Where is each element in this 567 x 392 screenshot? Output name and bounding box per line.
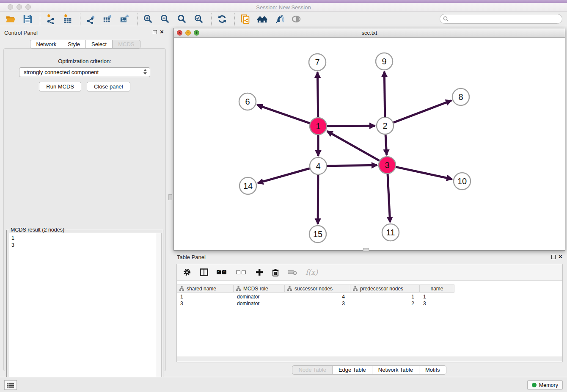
column-header-label: MCDS role [243,286,268,292]
zoom-out-icon[interactable] [160,14,171,25]
node-label-14: 14 [243,181,253,190]
edge-1-6[interactable] [257,105,310,123]
column-header-predecessor-nodes[interactable]: predecessor nodes [350,285,420,292]
save-session-icon[interactable] [22,14,33,25]
node-label-2: 2 [383,121,387,130]
toolbar-separator [137,13,138,25]
table-header-row[interactable]: shared nameMCDS rolesuccessor nodesprede… [177,284,454,293]
column-header-shared-name[interactable]: shared name [177,285,234,292]
mcds-result-list[interactable]: 1 3 [8,233,162,389]
tab-edge-table[interactable]: Edge Table [332,365,372,375]
edge-1-2[interactable] [327,126,375,126]
horizontal-splitter-grip[interactable] [363,248,369,251]
import-table-icon[interactable] [62,14,73,25]
edge-2-3[interactable] [385,135,387,155]
tab-style[interactable]: Style [62,40,86,49]
memory-label: Memory [539,382,558,388]
export-network-icon[interactable] [85,14,96,25]
zoom-in-icon[interactable] [143,14,154,25]
mcds-result-group: MCDS result (2 nodes) 1 3 [6,230,163,391]
delete-column-trash-icon[interactable] [272,268,279,276]
cell-predecessor-nodes[interactable]: 2 [350,300,420,307]
table-settings-gear-icon[interactable] [183,268,191,276]
tab-mcds[interactable]: MCDS [112,40,140,49]
cell-successor-nodes[interactable]: 4 [285,293,350,300]
cell-MCDS-role[interactable]: dominator [234,293,285,300]
cell-name[interactable]: 3 [420,300,454,307]
zoom-fit-icon[interactable] [176,14,187,25]
memory-button[interactable]: Memory [527,380,563,390]
edge-2-8[interactable] [394,101,451,123]
zoom-selected-icon[interactable] [193,14,204,25]
graph-edges[interactable] [257,72,452,224]
refresh-icon[interactable] [217,14,228,25]
status-bar: Memory [0,377,567,392]
toolbar-separator [40,13,40,25]
search-input[interactable] [449,16,555,22]
tab-select[interactable]: Select [85,40,113,49]
column-header-label: shared name [187,286,216,292]
column-header-successor-nodes[interactable]: successor nodes [285,285,350,292]
import-network-icon[interactable] [45,14,56,25]
edge-4-3[interactable] [327,165,377,166]
column-header-name[interactable]: name [420,285,454,292]
app-titlebar: Session: New Session [0,3,567,12]
edge-3-1[interactable] [327,131,380,161]
clone-network-icon[interactable] [240,14,251,25]
app-title: Session: New Session [0,4,567,11]
close-table-panel-icon[interactable]: × [559,253,562,260]
create-column-plus-icon[interactable] [256,268,263,276]
open-session-icon[interactable] [5,14,16,25]
tab-network[interactable]: Network [30,40,62,49]
select-all-columns-icon[interactable] [217,270,228,274]
cell-shared-name[interactable]: 1 [177,293,234,300]
toolbar-separator [211,13,212,25]
unselect-all-columns-icon[interactable] [236,270,247,274]
vertical-splitter-grip[interactable] [168,194,172,200]
cell-predecessor-nodes[interactable]: 1 [350,293,420,300]
edge-3-10[interactable] [396,167,452,179]
table-hscrollbar[interactable] [177,356,562,362]
export-image-icon[interactable] [119,14,130,25]
edge-1-7[interactable] [317,72,318,117]
edge-2-9[interactable] [384,72,385,117]
edge-3-11[interactable] [388,174,390,222]
node-label-11: 11 [386,228,395,237]
show-column-panel-icon[interactable] [200,268,208,276]
criterion-dropdown[interactable]: strongly connected component [19,67,150,77]
control-panel: Control Panel × NetworkStyleSelectMCDS O… [0,26,171,377]
edge-4-15[interactable] [318,175,318,224]
close-panel-button[interactable]: Close panel [87,82,130,91]
tab-motifs[interactable]: Motifs [419,365,446,375]
column-header-MCDS-role[interactable]: MCDS role [234,285,285,292]
float-panel-icon[interactable] [153,30,157,34]
float-table-panel-icon[interactable] [551,255,556,259]
tab-network-table[interactable]: Network Table [372,365,419,375]
edge-4-14[interactable] [258,168,310,183]
column-type-icon [353,286,358,291]
mcds-result-scrollbar[interactable] [156,233,161,389]
column-header-label: successor nodes [295,286,333,292]
network-window-titlebar[interactable]: × − + scc.txt [174,28,565,38]
cell-successor-nodes[interactable]: 3 [285,300,350,307]
network-canvas[interactable]: 7968124314101511 [174,38,565,250]
first-neighbors-icon[interactable] [257,14,268,25]
export-table-icon[interactable] [102,14,113,25]
run-mcds-button[interactable]: Run MCDS [39,82,81,91]
node-label-6: 6 [245,97,250,106]
toolbar-separator [234,13,235,25]
column-type-icon [236,286,241,291]
cell-name[interactable]: 1 [420,293,454,300]
table-row[interactable]: 3dominator323 [177,300,454,307]
desktop-strip [0,0,567,3]
graphics-details-icon[interactable] [274,14,285,25]
memory-status-icon [532,383,537,387]
task-history-button[interactable] [4,380,17,390]
table-tabs: Node TableEdge TableNetwork TableMotifs [173,365,565,375]
table-row[interactable]: 1dominator411 [177,293,454,300]
cell-shared-name[interactable]: 3 [177,300,234,307]
tab-node-table[interactable]: Node Table [292,365,333,375]
close-panel-icon[interactable]: × [160,28,164,35]
cell-MCDS-role[interactable]: dominator [234,300,285,307]
search-field[interactable] [440,14,562,24]
